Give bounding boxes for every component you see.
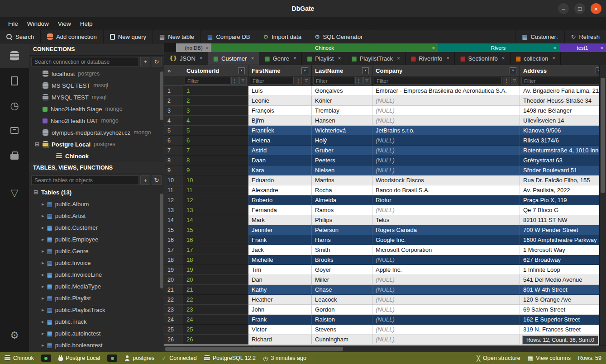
cell-firstname[interactable]: Roberto [248, 195, 312, 205]
cell-company[interactable]: Telus [372, 215, 520, 225]
cell-company[interactable]: (NULL) [372, 325, 520, 335]
cell-firstname[interactable]: Jennifer [248, 225, 312, 235]
close-tab-icon[interactable]: × [601, 45, 603, 51]
cell-firstname[interactable]: Eduardo [248, 175, 312, 185]
cell-lastname[interactable]: Peeters [312, 156, 372, 165]
status-chinook[interactable]: Chinook [5, 355, 34, 361]
connection-item-nano2health-uat[interactable]: Nano2Health UATmongo [29, 115, 164, 127]
cell-company[interactable]: Riotur [372, 195, 520, 205]
toolbar-new-query-button[interactable]: New query [104, 30, 153, 43]
cell-lastname[interactable]: Köhler [312, 96, 372, 106]
toolbar-sql-generator-button[interactable]: ⚙SQL Generator [308, 30, 369, 43]
cell-company[interactable]: (NULL) [372, 156, 520, 165]
sidebar-history-icon[interactable]: ◷ [0, 93, 29, 118]
cell-lastname[interactable]: Cunningham [312, 335, 372, 345]
cell-company[interactable]: Rogers Canada [372, 225, 520, 235]
row-number[interactable]: 24 [164, 315, 183, 325]
status-indicator[interactable] [107, 355, 117, 362]
row-number[interactable]: 7 [164, 146, 183, 156]
row-number[interactable]: 15 [164, 225, 183, 235]
cell-company[interactable]: (NULL) [372, 116, 520, 126]
chevron-right-icon[interactable]: ▸ [42, 237, 44, 242]
row-number[interactable]: 8 [164, 156, 183, 165]
db-tab-rivers[interactable]: Rivers× [438, 43, 559, 52]
cell-lastname[interactable]: Leacock [312, 295, 372, 305]
cell-customerid[interactable]: 7 [183, 146, 248, 156]
tab-playlisttrack[interactable]: ▦PlaylistTrack× [346, 52, 406, 65]
cell-firstname[interactable]: Richard [248, 335, 312, 345]
cell-customerid[interactable]: 13 [183, 205, 248, 215]
refresh-tables-icon[interactable]: ↻ [152, 175, 162, 185]
cell-lastname[interactable]: Goyer [312, 265, 372, 275]
table-item-public-artist[interactable]: ▸▦public.Artist [29, 210, 164, 222]
tab-riverinfo[interactable]: ▦RiverInfo× [406, 52, 455, 65]
cell-customerid[interactable]: 24 [183, 315, 248, 325]
add-table-icon[interactable]: + [140, 175, 150, 185]
connection-item-olympus-medportal-vychozi-cz[interactable]: olympus-medportal.vychozi.czmongo [29, 127, 164, 138]
cell-firstname[interactable]: Frantiĺek [248, 126, 312, 136]
close-tab-icon[interactable]: × [293, 55, 296, 61]
status-connected[interactable]: ✓Connected [162, 355, 196, 361]
cell-address[interactable]: 1 Microsoft Way [520, 245, 606, 255]
menu-view[interactable]: View [53, 19, 76, 29]
close-tab-icon[interactable]: × [552, 55, 555, 61]
cell-address[interactable]: 627 Broadway [520, 255, 606, 265]
cell-customerid[interactable]: 19 [183, 265, 248, 275]
cell-lastname[interactable]: Almeida [312, 195, 372, 205]
cell-customerid[interactable]: 1 [183, 86, 248, 96]
cell-firstname[interactable]: Daan [248, 156, 312, 165]
cell-address[interactable]: Ullevĺlsveien 14 [520, 116, 606, 126]
row-number[interactable]: 5 [164, 126, 183, 136]
status-postgresql-12-2[interactable]: PostgreSQL 12.2 [204, 355, 256, 361]
sidebar-archive-icon[interactable] [0, 118, 29, 143]
cell-firstname[interactable]: Alexandre [248, 185, 312, 195]
filter-menu-icon[interactable]: ⋮ [355, 77, 363, 85]
cell-address[interactable]: 801 W 4th Street [520, 285, 606, 295]
filter-input-address[interactable] [521, 77, 604, 85]
cell-address[interactable]: Klanova 9/506 [520, 126, 606, 136]
row-number[interactable]: 9 [164, 165, 183, 175]
chevron-right-icon[interactable]: ▸ [42, 225, 44, 230]
cell-address[interactable]: 8210 111 ST NW [520, 215, 606, 225]
table-item-public-invoice[interactable]: ▸▦public.Invoice [29, 257, 164, 269]
column-dropdown-icon[interactable]: ▾ [301, 67, 308, 74]
chevron-right-icon[interactable]: ▸ [42, 284, 44, 289]
connections-search-input[interactable] [31, 57, 139, 66]
cell-firstname[interactable]: Astrid [248, 146, 312, 156]
tab-json[interactable]: {}JSON× [164, 52, 208, 65]
cell-firstname[interactable]: Victor [248, 325, 312, 335]
cell-address[interactable]: 69 Salem Street [520, 305, 606, 315]
cell-firstname[interactable]: Bjřrn [248, 116, 312, 126]
db-tab-no-db[interactable]: (no DB)× [176, 43, 211, 52]
sidebar-databases-icon[interactable] [0, 43, 29, 68]
cell-customerid[interactable]: 5 [183, 126, 248, 136]
menu-window[interactable]: Window [23, 19, 53, 29]
cell-lastname[interactable]: Gonçalves [312, 86, 372, 96]
cell-lastname[interactable]: Wichterlová [312, 126, 372, 136]
connection-item-ms-sql-test[interactable]: MS SQL TESTmssql [29, 80, 164, 91]
cell-firstname[interactable]: Jack [248, 245, 312, 255]
cell-lastname[interactable]: Miller [312, 275, 372, 285]
cell-firstname[interactable]: Dan [248, 275, 312, 285]
chevron-right-icon[interactable]: ▸ [42, 249, 44, 254]
row-number[interactable]: 22 [164, 295, 183, 305]
add-connection-icon[interactable]: + [140, 57, 150, 66]
tables-group-row[interactable]: ⊟ Tables (13) [29, 186, 164, 198]
cell-customerid[interactable]: 22 [183, 295, 248, 305]
cell-lastname[interactable]: Nielsen [312, 165, 372, 175]
chevron-right-icon[interactable]: ▸ [42, 343, 44, 348]
cell-customerid[interactable]: 17 [183, 245, 248, 255]
row-number[interactable]: 3 [164, 106, 183, 116]
table-item-public-customer[interactable]: ▸▦public.Customer [29, 222, 164, 233]
cell-company[interactable]: (NULL) [372, 275, 520, 285]
status-rows-59[interactable]: Rows: 59 [578, 355, 601, 361]
row-number[interactable]: 17 [164, 245, 183, 255]
tables-search-input[interactable] [31, 175, 139, 185]
sidebar-files-icon[interactable] [0, 68, 29, 93]
row-number[interactable]: 14 [164, 215, 183, 225]
connection-item-chinook[interactable]: Chinook [29, 150, 164, 162]
status-indicator[interactable] [41, 355, 51, 362]
cell-company[interactable]: (NULL) [372, 96, 520, 106]
row-number[interactable]: 26 [164, 335, 183, 345]
minimize-button[interactable]: – [558, 3, 569, 14]
